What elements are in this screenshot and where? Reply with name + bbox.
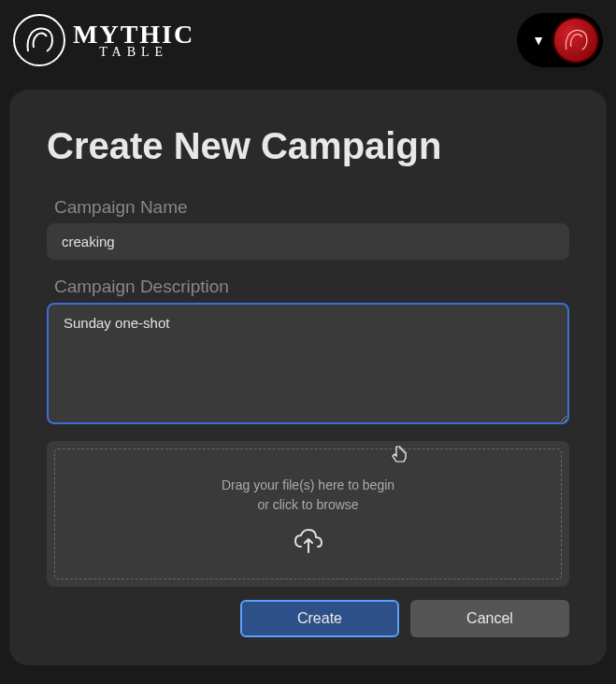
brand-text: MYTHIC TABLE <box>73 21 194 59</box>
chevron-down-icon: ▼ <box>532 33 545 48</box>
dropzone-inner: Drag your file(s) here to begin or click… <box>54 449 562 579</box>
cancel-button[interactable]: Cancel <box>410 600 569 637</box>
user-avatar[interactable] <box>552 17 599 64</box>
create-campaign-card: Create New Campaign Campaign Name Campai… <box>9 90 607 665</box>
campaign-description-label: Campaign Description <box>54 277 569 297</box>
campaign-description-input[interactable] <box>47 303 569 424</box>
button-row: Create Cancel <box>47 600 569 637</box>
campaign-name-input[interactable] <box>47 223 569 260</box>
create-button[interactable]: Create <box>240 600 399 637</box>
dropzone-text-1: Drag your file(s) here to begin <box>64 476 552 495</box>
brand-logo[interactable]: MYTHIC TABLE <box>13 14 194 66</box>
brand-main: MYTHIC <box>73 21 194 48</box>
file-dropzone[interactable]: Drag your file(s) here to begin or click… <box>47 441 569 587</box>
brand-sub: TABLE <box>73 46 194 59</box>
campaign-name-label: Campaign Name <box>54 197 569 218</box>
cloud-upload-icon <box>292 528 325 560</box>
brand-logo-icon <box>13 14 65 66</box>
pointer-cursor-icon <box>392 445 408 467</box>
app-header: MYTHIC TABLE ▼ <box>0 0 616 80</box>
user-menu[interactable]: ▼ <box>517 13 603 67</box>
page-title: Create New Campaign <box>47 125 569 167</box>
dropzone-text-2: or click to browse <box>64 495 552 515</box>
